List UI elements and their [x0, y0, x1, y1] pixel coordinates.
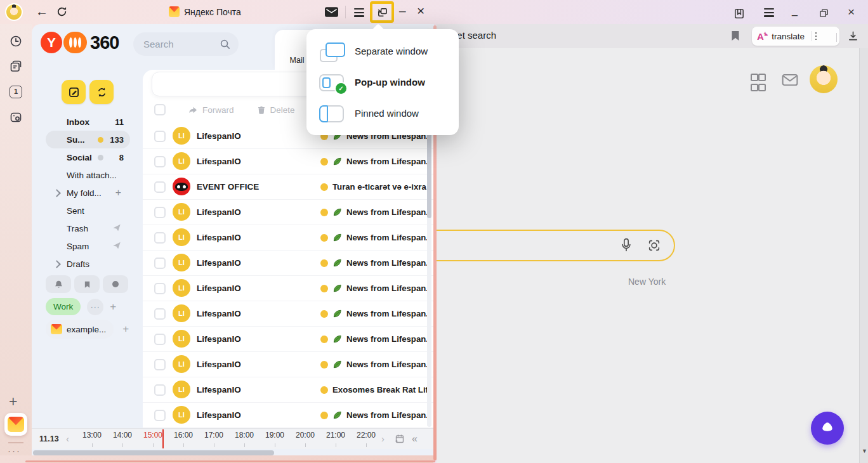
menu-item[interactable]: Pinned window [306, 98, 459, 129]
tag-more-button[interactable]: ··· [87, 299, 103, 315]
message-checkbox[interactable] [154, 359, 166, 370]
dot-button[interactable] [103, 275, 128, 293]
tag-work[interactable]: Work [46, 298, 81, 315]
alice-assistant-button[interactable] [811, 412, 844, 445]
add-account-icon[interactable]: + [122, 323, 129, 336]
message-checkbox[interactable] [154, 410, 166, 421]
back-icon[interactable]: ← [36, 4, 48, 19]
sidebar-folder[interactable]: Su... 133 [32, 131, 143, 148]
mail-close-button[interactable]: × [417, 3, 424, 18]
delete-button[interactable]: Delete [257, 105, 295, 115]
screenshot-icon[interactable] [10, 111, 22, 126]
forward-button[interactable]: Forward [188, 105, 234, 115]
mail-search-input[interactable]: Search [133, 32, 239, 56]
mail-compact-icon[interactable] [325, 7, 338, 20]
timeline-hour[interactable]: 20:00 [290, 429, 320, 449]
location-label[interactable]: New York [628, 277, 666, 287]
notes-icon[interactable] [10, 60, 22, 75]
sidebar-folder[interactable]: Sent [32, 202, 143, 219]
message-checkbox[interactable] [154, 131, 166, 142]
message-row[interactable]: LI LifespanIO News from Lifespan. [143, 148, 434, 174]
rail-more-icon[interactable]: ··· [8, 445, 21, 456]
timeline-hour[interactable]: 16:00 [168, 429, 199, 449]
scroll-down-arrow-icon[interactable]: ▼ [862, 448, 867, 454]
bookmark-flag-icon[interactable] [731, 30, 740, 44]
chevron-right-icon[interactable] [53, 189, 61, 197]
sidebar-folder[interactable]: Trash [32, 219, 143, 237]
timeline-hour[interactable]: 22:00 [351, 429, 376, 449]
message-row[interactable]: LI LifespanIO News from Lifespan. [143, 351, 434, 377]
add-tag-icon[interactable]: + [110, 301, 116, 313]
sidebar-folder[interactable]: Spam [32, 237, 143, 255]
message-row[interactable]: LI LifespanIO News from Lifespan. [143, 250, 434, 275]
profile-avatar[interactable] [5, 3, 23, 21]
account-switcher[interactable]: example... [46, 320, 114, 339]
window-restore-button[interactable] [819, 8, 829, 20]
reminders-button[interactable] [46, 275, 71, 293]
timeline-hour[interactable]: 19:00 [260, 429, 290, 449]
window-close-button[interactable]: × [848, 5, 855, 19]
browser-menu-icon[interactable] [764, 8, 774, 17]
sidebar-folder[interactable]: My fold... + [32, 184, 143, 202]
mail-app-icon[interactable] [4, 413, 27, 436]
message-checkbox[interactable] [154, 308, 166, 320]
select-all-checkbox[interactable] [154, 104, 166, 115]
message-row[interactable]: LI LifespanIO News from Lifespan. [143, 225, 434, 250]
address-bar[interactable]: net search Aѣ translate [437, 24, 868, 48]
message-checkbox[interactable] [154, 283, 166, 294]
sweep-folder-icon[interactable] [112, 241, 121, 252]
message-row[interactable]: EVENT OFFICE Turan e-ticarət və e-ixra [143, 174, 434, 199]
sidebar-folder[interactable]: With attach... [32, 166, 143, 184]
sweep-folder-icon[interactable] [112, 223, 121, 234]
chevron-right-icon[interactable] [53, 260, 61, 268]
timeline-hour[interactable]: 21:00 [320, 429, 351, 449]
timeline-hour[interactable]: 18:00 [229, 429, 260, 449]
timeline-prev-icon[interactable]: ‹ [66, 433, 69, 444]
page-scrollbar[interactable]: ▼ [859, 48, 868, 463]
window-mode-button-highlighted[interactable] [370, 1, 394, 23]
translate-button[interactable]: Aѣ translate [752, 27, 839, 46]
bookmarks-button[interactable] [74, 275, 100, 293]
services-grid-icon[interactable] [751, 74, 763, 91]
message-checkbox[interactable] [154, 232, 166, 244]
calendar-icon[interactable] [395, 434, 405, 447]
mail-menu-icon[interactable] [354, 8, 364, 17]
message-checkbox[interactable] [154, 181, 166, 193]
tabs-count-icon[interactable]: 1 [10, 86, 22, 98]
message-row[interactable]: LI LifespanIO News from Lifespan. [143, 326, 434, 351]
window-minimize-button[interactable]: _ [792, 5, 798, 16]
mail-envelope-icon[interactable] [782, 74, 798, 89]
timeline-hour[interactable]: 17:00 [199, 429, 229, 449]
image-search-icon[interactable] [647, 238, 661, 255]
timeline-hour[interactable]: 14:00 [107, 429, 138, 449]
download-icon[interactable] [848, 30, 858, 44]
timeline-hour[interactable]: 13:00 [77, 429, 107, 449]
voice-search-icon[interactable] [621, 237, 632, 256]
user-avatar[interactable] [810, 65, 838, 93]
message-row[interactable]: LI LifespanIO Exosomes Break Rat Lif [143, 377, 434, 402]
message-checkbox[interactable] [154, 334, 166, 345]
menu-item[interactable]: Separate window [306, 36, 459, 67]
translate-menu-icon[interactable] [815, 32, 817, 41]
collapse-timeline-icon[interactable]: « [412, 433, 418, 445]
sidebar-folder[interactable]: Drafts [32, 255, 143, 273]
horizontal-scrollbar[interactable] [33, 450, 274, 455]
menu-item[interactable]: ✓ Pop-up window [306, 67, 459, 98]
refresh-mail-button[interactable] [89, 80, 114, 104]
day-timeline[interactable]: 11.13 ‹ 13:00 14:00 [32, 428, 434, 449]
message-checkbox[interactable] [154, 207, 166, 218]
sidebar-folder[interactable]: Inbox 11 [32, 113, 143, 131]
add-folder-icon[interactable]: + [115, 187, 121, 199]
message-row[interactable]: LI LifespanIO News from Lifespan. [143, 275, 434, 301]
sidebar-folder[interactable]: Social 8 [32, 148, 143, 166]
history-icon[interactable] [10, 35, 22, 50]
rail-add-icon[interactable]: + [9, 393, 17, 410]
refresh-icon[interactable] [56, 6, 68, 20]
message-checkbox[interactable] [154, 258, 166, 269]
message-row[interactable]: LI LifespanIO News from Lifespan. [143, 199, 434, 225]
mail-minimize-button[interactable]: – [399, 4, 406, 18]
compose-button[interactable] [62, 80, 86, 104]
bookmarks-panel-icon[interactable] [733, 8, 746, 23]
message-row[interactable]: LI LifespanIO News from Lifespan. [143, 301, 434, 326]
search-bar[interactable] [411, 230, 675, 261]
